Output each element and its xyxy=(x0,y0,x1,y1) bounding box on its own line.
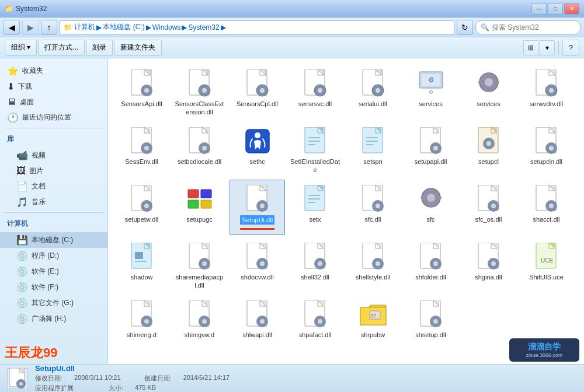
burn-button[interactable]: 刻录 xyxy=(86,40,113,56)
file-icon-shimeng xyxy=(128,300,156,328)
path-computer[interactable]: 计算机 xyxy=(74,22,95,32)
list-item[interactable]: sfc_os.dll xyxy=(461,180,516,235)
maximize-button[interactable]: □ xyxy=(548,3,563,15)
organize-button[interactable]: 组织 ▾ xyxy=(5,40,37,56)
path-c[interactable]: 本地磁盘 (C:) xyxy=(103,22,144,32)
close-button[interactable]: ✕ xyxy=(564,3,579,15)
sidebar-label-document: 文档 xyxy=(32,181,46,191)
file-name: setspn xyxy=(363,158,382,166)
sidebar-header-library: 库 xyxy=(0,131,107,148)
list-item[interactable]: setupugc xyxy=(172,180,227,235)
list-item[interactable]: sethc xyxy=(230,122,285,177)
list-item[interactable]: 22 shrpubw xyxy=(345,295,401,351)
open-button[interactable]: 打开方式... xyxy=(38,40,85,56)
sidebar-item-picture[interactable]: 🖼 图片 xyxy=(0,163,107,178)
view-toggle-button[interactable]: ⊞ xyxy=(523,40,538,55)
list-item[interactable]: setbcdlocale.dll xyxy=(172,122,227,177)
file-icon-shsetup xyxy=(417,300,445,328)
path-system32[interactable]: System32 xyxy=(188,23,219,32)
sidebar-item-music[interactable]: 🎵 音乐 xyxy=(0,194,107,210)
list-item[interactable]: serialui.dll xyxy=(345,64,401,120)
sidebar-item-h[interactable]: 💿 广场舞 (H:) xyxy=(0,311,107,327)
list-item[interactable]: shlwapi.dll xyxy=(230,295,285,351)
list-item[interactable]: services xyxy=(461,64,516,120)
list-item[interactable]: setx xyxy=(287,180,343,235)
drive-h-icon: 💿 xyxy=(16,313,28,324)
sidebar-item-recent[interactable]: 🕐 最近访问的位置 xyxy=(0,110,107,125)
list-item[interactable]: SetIEInstalledDate xyxy=(287,122,343,177)
svg-point-9 xyxy=(202,88,207,93)
recent-icon: 🕐 xyxy=(7,112,19,123)
path-windows[interactable]: Windows xyxy=(152,23,181,32)
svg-point-84 xyxy=(144,204,149,208)
list-item[interactable]: SensorsApi.dll xyxy=(114,64,169,120)
sidebar-item-c[interactable]: 💾 本地磁盘 (C:) xyxy=(0,232,107,248)
help-button[interactable]: ? xyxy=(562,40,579,56)
list-item[interactable]: shadow xyxy=(114,237,169,293)
sidebar-item-e[interactable]: 💿 软件 (E:) xyxy=(0,264,107,279)
list-item[interactable]: shgina.dll xyxy=(461,237,516,293)
file-icon-setupcl xyxy=(475,127,503,155)
list-item[interactable]: shdocvw.dll xyxy=(230,237,285,293)
svg-point-79 xyxy=(549,146,554,150)
sidebar-item-g[interactable]: 💿 其它文件 (G:) xyxy=(0,295,107,311)
address-path[interactable]: 📁 计算机 ▶ 本地磁盘 (C:) ▶ Windows ▶ System32 ▶ xyxy=(60,20,454,34)
forward-button[interactable]: ▶ xyxy=(22,20,39,35)
list-item[interactable]: setupcl xyxy=(461,122,516,177)
sidebar-item-f[interactable]: 💿 软件 (F:) xyxy=(0,279,107,295)
list-item[interactable]: ⚙ ⚙ services xyxy=(403,64,458,120)
list-item[interactable]: shimeng.d xyxy=(114,295,169,351)
sidebar-label-recent: 最近访问的位置 xyxy=(22,113,71,123)
separator-2: ▶ xyxy=(146,23,151,32)
list-item[interactable]: setspn xyxy=(345,122,401,177)
sidebar-item-download[interactable]: ⬇ 下载 xyxy=(0,79,107,94)
list-item[interactable]: SensorsCpl.dll xyxy=(230,64,285,120)
sidebar-item-desktop[interactable]: 🖥 桌面 xyxy=(0,94,107,110)
file-icon-shiftjis: UCE xyxy=(533,243,561,271)
list-item[interactable]: sharemediapacpl.dll xyxy=(172,237,227,293)
list-item[interactable]: serwvdrv.dll xyxy=(519,64,574,120)
minimize-button[interactable]: — xyxy=(531,3,547,15)
list-item[interactable]: shell32.dll xyxy=(287,237,343,293)
back-button[interactable]: ◀ xyxy=(4,20,20,35)
list-item[interactable]: shacct.dll xyxy=(519,180,574,235)
list-item[interactable]: setupcln.dll xyxy=(519,122,574,177)
list-item[interactable]: setupetw.dll xyxy=(114,180,169,235)
file-icon-setupugc xyxy=(186,185,214,213)
svg-rect-110 xyxy=(438,197,442,199)
file-name: serwvdrv.dll xyxy=(530,100,563,108)
list-item[interactable]: shpafact.dll xyxy=(287,295,343,351)
titlebar-title: System32 xyxy=(16,5,47,13)
list-item[interactable]: shimgvw.d xyxy=(172,295,227,351)
view-dropdown-button[interactable]: ▾ xyxy=(540,40,555,55)
svg-point-52 xyxy=(255,132,260,138)
file-area[interactable]: SensorsApi.dll SensorsClassExtension.dll xyxy=(108,58,584,364)
file-name: SensorsCpl.dll xyxy=(237,100,278,108)
sidebar-item-favorites[interactable]: ⭐ 收藏夹 xyxy=(0,63,107,79)
up-button[interactable]: ↑ xyxy=(41,20,57,35)
statusbar-filename: SetupUi.dll xyxy=(35,364,577,373)
sidebar-item-video[interactable]: 📹 视频 xyxy=(0,148,107,163)
list-item[interactable]: UCE ShiftJIS.uce xyxy=(519,237,574,293)
list-item-setupui[interactable]: SetupUi.dll xyxy=(230,180,285,235)
svg-point-140 xyxy=(318,261,322,266)
list-item[interactable]: shsetup.dll xyxy=(403,295,458,351)
search-input[interactable] xyxy=(492,23,573,32)
list-item[interactable]: SessEnv.dll xyxy=(114,122,169,177)
list-item[interactable]: shellstyle.dll xyxy=(345,237,401,293)
list-item[interactable]: shfolder.dll xyxy=(403,237,458,293)
list-item[interactable]: sfc.dll xyxy=(345,180,401,235)
list-item[interactable]: sensrsvc.dll xyxy=(287,64,343,120)
sidebar-label-g: 其它文件 (G:) xyxy=(32,298,74,308)
list-item[interactable]: sfc xyxy=(403,180,458,235)
new-folder-button[interactable]: 新建文件夹 xyxy=(114,40,162,56)
svg-point-24 xyxy=(376,88,380,93)
svg-point-50 xyxy=(202,146,207,150)
sidebar-item-d[interactable]: 💿 程序 (D:) xyxy=(0,248,107,264)
svg-point-19 xyxy=(318,88,322,93)
sidebar-item-document[interactable]: 📄 文档 xyxy=(0,178,107,194)
search-box[interactable]: 🔍 xyxy=(475,20,580,34)
list-item[interactable]: setupapi.dll xyxy=(403,122,458,177)
list-item[interactable]: SensorsClassExtension.dll xyxy=(172,64,227,120)
refresh-button[interactable]: ↻ xyxy=(457,20,473,35)
